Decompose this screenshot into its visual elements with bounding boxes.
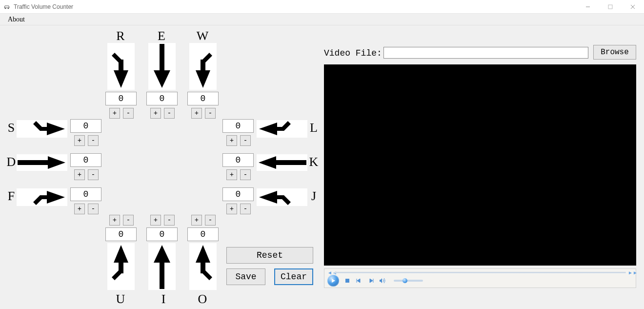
key-label-J: J [306,189,321,204]
arrow-icon-north [148,243,176,290]
minus-R[interactable]: - [123,108,134,119]
pm-L: + - [226,135,251,146]
plus-O[interactable]: + [191,215,202,226]
minus-O[interactable]: - [205,215,216,226]
minus-U[interactable]: - [123,215,134,226]
titlebar: Traffic Volume Counter [0,0,644,14]
video-display [324,64,636,266]
key-label-K: K [306,155,321,169]
pm-O: + - [191,215,216,226]
video-file-label: Video File: [324,48,382,58]
arrow-icon-west-left [257,120,307,138]
count-E[interactable]: 0 [146,92,178,105]
plus-F[interactable]: + [74,204,85,214]
pm-R: + - [109,108,134,119]
pm-K: + - [226,169,251,180]
count-O[interactable]: 0 [187,227,219,241]
minus-W[interactable]: - [205,108,216,119]
count-F[interactable]: 0 [70,187,101,201]
count-W[interactable]: 0 [187,92,219,105]
maximize-button[interactable] [599,0,622,14]
pm-E: + - [150,108,175,119]
count-K[interactable]: 0 [222,153,254,167]
plus-J[interactable]: + [226,204,237,214]
next-button[interactable] [367,278,374,283]
plus-S[interactable]: + [74,135,85,146]
minus-F[interactable]: - [88,204,99,214]
key-label-O: O [195,292,210,307]
save-button[interactable]: Save [226,268,265,285]
minus-K[interactable]: - [240,169,251,180]
arrow-icon-east-left [17,120,67,138]
plus-D[interactable]: + [74,169,85,180]
key-label-I: I [156,292,171,307]
arrow-icon-west [257,154,307,171]
minus-I[interactable]: - [164,215,175,226]
count-S[interactable]: 0 [70,119,101,133]
minus-L[interactable]: - [240,135,251,146]
pm-U: + - [109,215,134,226]
count-J[interactable]: 0 [222,187,254,201]
count-U[interactable]: 0 [105,227,137,241]
menubar: About [0,14,644,25]
key-label-W: W [195,29,210,43]
app-icon [3,3,11,11]
pm-F: + - [74,204,99,214]
arrow-icon-north-right [189,243,217,290]
arrow-icon-south-left [107,43,135,90]
plus-I[interactable]: + [150,215,161,226]
prev-button[interactable] [356,278,362,283]
pm-D: + - [74,169,99,180]
arrow-icon-east [17,154,67,171]
plus-R[interactable]: + [109,108,120,119]
pm-W: + - [191,108,216,119]
key-label-E: E [154,29,169,43]
minus-E[interactable]: - [164,108,175,119]
key-label-L: L [306,121,321,135]
pm-S: + - [74,135,99,146]
key-label-R: R [113,29,128,43]
clear-button[interactable]: Clear [274,268,313,285]
volume-slider[interactable] [394,280,423,282]
plus-L[interactable]: + [226,135,237,146]
volume-icon[interactable] [379,278,386,284]
minus-J[interactable]: - [240,204,251,214]
menu-about[interactable]: About [5,15,28,24]
seek-end-icon: ►► [628,270,633,275]
svg-point-1 [8,7,9,9]
arrow-icon-west-right [257,188,307,206]
arrow-icon-south-right [189,43,217,90]
reset-button[interactable]: Reset [226,247,313,264]
plus-E[interactable]: + [150,108,161,119]
svg-point-0 [5,7,6,9]
count-L[interactable]: 0 [222,119,254,133]
svg-rect-3 [608,5,612,9]
close-button[interactable] [622,0,644,14]
pm-I: + - [150,215,175,226]
count-I[interactable]: 0 [146,227,178,241]
client-area: R 0 + - E 0 + - W 0 + - S 0 + - [0,25,644,309]
pm-J: + - [226,204,251,214]
media-controls: ◄◄ ►► [324,268,636,288]
window-controls [577,0,644,14]
plus-W[interactable]: + [191,108,202,119]
minimize-button[interactable] [577,0,599,14]
minus-S[interactable]: - [88,135,99,146]
plus-U[interactable]: + [109,215,120,226]
key-label-U: U [113,292,128,307]
seek-track [334,272,626,273]
stop-button[interactable] [344,278,351,283]
minus-D[interactable]: - [88,169,99,180]
seek-bar[interactable]: ◄◄ ►► [327,270,633,274]
svg-rect-6 [345,279,349,283]
video-file-input[interactable] [383,47,588,59]
count-D[interactable]: 0 [70,153,101,167]
play-button[interactable] [327,275,339,287]
arrow-icon-south [148,43,176,90]
seek-start-icon: ◄◄ [327,270,332,275]
arrow-icon-east-right [17,188,67,206]
browse-button[interactable]: Browse [593,45,636,60]
count-R[interactable]: 0 [105,92,137,105]
arrow-icon-north-left [107,243,135,290]
plus-K[interactable]: + [226,169,237,180]
